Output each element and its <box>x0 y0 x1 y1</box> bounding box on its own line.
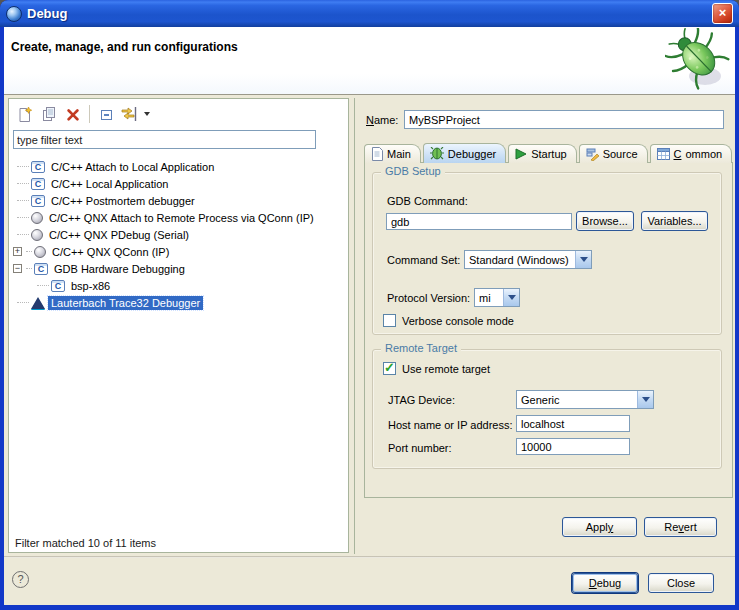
name-input[interactable] <box>404 110 724 129</box>
filter-icon[interactable] <box>118 103 142 125</box>
chevron-down-icon[interactable] <box>575 251 591 268</box>
protocol-version-label: Protocol Version: <box>387 292 470 304</box>
c-application-icon: C <box>31 161 45 173</box>
revert-button[interactable]: Revert <box>644 517 717 537</box>
configurations-panel: C C/C++ Attach to Local Application C C/… <box>8 98 349 553</box>
use-remote-target-label: Use remote target <box>402 363 490 375</box>
tree-item-postmortem[interactable]: C C/C++ Postmortem debugger <box>9 192 348 209</box>
tab-debugger[interactable]: Debugger <box>423 143 506 163</box>
new-configuration-icon[interactable] <box>13 103 37 125</box>
tab-source[interactable]: Source <box>579 144 648 163</box>
document-icon <box>371 147 383 161</box>
collapse-all-icon[interactable] <box>94 103 118 125</box>
close-window-button[interactable]: × <box>712 3 733 24</box>
debug-button[interactable]: Debug <box>572 573 638 593</box>
collapse-icon[interactable]: − <box>13 264 22 273</box>
qnx-sphere-icon <box>31 212 43 224</box>
table-icon <box>657 148 670 160</box>
remote-target-group: Remote Target Use remote target JTAG Dev… <box>372 349 722 469</box>
close-button[interactable]: Close <box>648 573 714 593</box>
gdb-command-label: GDB Command: <box>387 195 468 207</box>
jtag-device-label: JTAG Device: <box>388 394 455 406</box>
duplicate-icon[interactable] <box>37 103 61 125</box>
c-application-icon: C <box>31 178 45 190</box>
apply-button[interactable]: Apply <box>562 517 637 537</box>
port-number-label: Port number: <box>388 442 452 454</box>
play-icon <box>515 148 527 160</box>
use-remote-target-checkbox[interactable] <box>383 362 396 375</box>
filter-menu-arrow[interactable] <box>144 112 150 116</box>
delete-icon[interactable] <box>61 103 85 125</box>
source-pencil-icon <box>586 148 599 161</box>
dialog-body: Create, manage, and run configurations <box>4 27 735 605</box>
host-name-label: Host name or IP address: <box>388 419 513 431</box>
tree-item-qnx-pdebug[interactable]: C/C++ QNX PDebug (Serial) <box>9 226 348 243</box>
bug-icon <box>430 147 444 160</box>
c-application-icon: C <box>51 280 65 292</box>
gdb-command-input[interactable] <box>386 213 572 230</box>
qnx-sphere-icon <box>31 229 43 241</box>
help-icon[interactable]: ? <box>12 571 29 588</box>
tree-item-local-application[interactable]: C C/C++ Local Application <box>9 175 348 192</box>
debugger-tab-content: GDB Setup GDB Command: Browse... Variabl… <box>364 162 733 498</box>
name-label: Name: <box>366 114 398 126</box>
tree-item-gdb-hardware[interactable]: − C GDB Hardware Debugging <box>9 260 348 277</box>
gdb-setup-group-title: GDB Setup <box>381 165 445 177</box>
remote-target-group-title: Remote Target <box>381 342 461 354</box>
config-tabs: Main Debugger Startup <box>364 144 734 163</box>
dialog-header: Create, manage, and run configurations <box>4 27 735 95</box>
toolbar-separator <box>89 105 90 123</box>
tab-startup[interactable]: Startup <box>508 144 576 163</box>
chevron-down-icon[interactable] <box>637 391 653 408</box>
title-bar[interactable]: Debug × <box>0 0 739 27</box>
configurations-tree: C C/C++ Attach to Local Application C C/… <box>9 158 348 311</box>
configurations-toolbar <box>13 102 150 126</box>
bottom-separator <box>4 556 735 558</box>
gdb-setup-group: GDB Setup GDB Command: Browse... Variabl… <box>372 172 722 335</box>
configuration-detail-panel: Name: Main Debugger <box>358 98 735 556</box>
window-title: Debug <box>27 6 67 21</box>
debug-dialog-window: Debug × Create, manage, and run configur… <box>0 0 739 610</box>
port-number-input[interactable] <box>516 438 630 455</box>
chevron-down-icon[interactable] <box>503 289 519 306</box>
host-name-input[interactable] <box>516 415 630 432</box>
panel-divider[interactable] <box>354 98 355 554</box>
tree-item-lauterbach-trace32[interactable]: Lauterbach Trace32 Debugger <box>9 294 348 311</box>
green-bug-image <box>665 28 733 94</box>
jtag-device-dropdown[interactable]: Generic <box>516 390 654 409</box>
qnx-sphere-icon <box>34 246 46 258</box>
filter-status-text: Filter matched 10 of 11 items <box>15 537 156 549</box>
command-set-label: Command Set: <box>387 254 460 266</box>
verbose-console-label: Verbose console mode <box>402 315 514 327</box>
expand-icon[interactable]: + <box>13 247 22 256</box>
verbose-console-checkbox[interactable] <box>383 314 396 327</box>
command-set-dropdown[interactable]: Standard (Windows) <box>464 250 592 269</box>
filter-text-input[interactable] <box>13 130 316 149</box>
tree-item-qnx-qconn[interactable]: + C/C++ QNX QConn (IP) <box>9 243 348 260</box>
eclipse-app-icon <box>6 6 22 22</box>
c-application-icon: C <box>31 195 45 207</box>
c-application-icon: C <box>34 263 48 275</box>
header-title: Create, manage, and run configurations <box>11 40 238 54</box>
tree-item-attach-local[interactable]: C C/C++ Attach to Local Application <box>9 158 348 175</box>
lauterbach-icon <box>31 297 45 309</box>
tab-main[interactable]: Main <box>364 144 421 163</box>
tab-common[interactable]: Common <box>650 144 733 163</box>
tree-item-qnx-attach-remote[interactable]: C/C++ QNX Attach to Remote Process via Q… <box>9 209 348 226</box>
browse-button[interactable]: Browse... <box>576 211 634 231</box>
tree-item-bsp-x86[interactable]: C bsp-x86 <box>9 277 348 294</box>
variables-button[interactable]: Variables... <box>641 211 708 231</box>
protocol-version-dropdown[interactable]: mi <box>474 288 520 307</box>
